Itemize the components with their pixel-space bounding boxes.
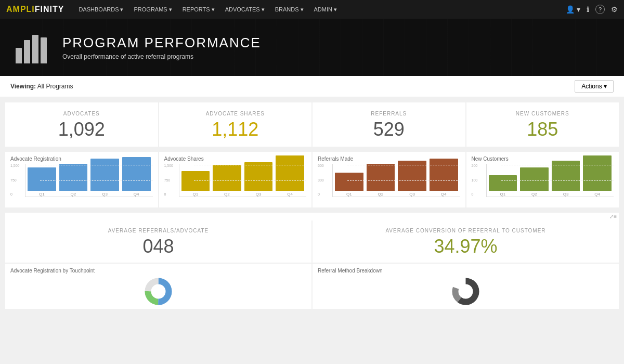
stat-value-advocates: 1,092 (16, 119, 148, 140)
stat-row: ADVOCATES 1,092 ADVOCATE SHARES 1,112 RE… (5, 102, 619, 147)
bar-col: Q2 (59, 164, 88, 197)
hero-title: PROGRAM PERFORMANCE (62, 35, 261, 51)
stat-value-new-customers: 185 (477, 119, 609, 140)
metric-label-avg-referrals: AVERAGE REFERRALS/ADVOCATE (16, 228, 301, 233)
bar-chart-2: 6003000Q1Q2Q3Q4 (318, 164, 460, 205)
bar-col: Q1 (335, 173, 363, 197)
bar-col: Q4 (430, 159, 458, 197)
bar-col: Q4 (122, 157, 151, 197)
donut-card-touchpoint: Advocate Registration by Touchpoint (5, 264, 311, 309)
actions-button[interactable]: Actions ▾ (575, 80, 614, 93)
chart-card-1: Advocate Shares1,5007500Q1Q2Q3Q4 (159, 152, 312, 207)
stat-label-new-customers: NEW CUSTOMERS (477, 111, 609, 116)
actions-chevron-icon: ▾ (604, 83, 607, 90)
bar-col: Q2 (520, 167, 549, 197)
bar-col: Q3 (398, 161, 426, 197)
bar-col: Q3 (552, 161, 580, 197)
chevron-down-icon: ▾ (212, 6, 215, 13)
stat-card-shares: ADVOCATE SHARES 1,112 (159, 102, 312, 147)
chart-card-2: Referrals Made6003000Q1Q2Q3Q4 (313, 152, 465, 207)
nav-admin[interactable]: ADMIN ▾ (314, 6, 337, 13)
chart-card-0: Advocate Registration1,5007500Q1Q2Q3Q4 (5, 152, 158, 207)
brand-logo[interactable]: AMPLIFINITY (6, 5, 64, 14)
nav-programs[interactable]: PROGRAMS ▾ (134, 6, 172, 13)
bar-col: Q2 (213, 165, 241, 197)
settings-icon[interactable]: ⚙ (611, 5, 618, 14)
metric-label-conversion: AVERAGE CONVERSION OF REFERRAL TO CUSTOM… (323, 228, 608, 233)
donut-title-referral-method: Referral Method Breakdown (318, 268, 614, 274)
bar-chart-3: 2001000Q1Q2Q3Q4 (472, 164, 614, 205)
donut-card-referral-method: Referral Method Breakdown (313, 264, 619, 309)
bar-col: Q3 (90, 159, 119, 197)
metric-value-avg-referrals: 048 (16, 236, 301, 257)
nav-reports[interactable]: REPORTS ▾ (183, 6, 215, 13)
bar-col: Q1 (181, 171, 210, 197)
bar-col: Q3 (244, 162, 273, 197)
nav-icon-group: 👤 ▾ ℹ ? ⚙ (566, 5, 618, 14)
hero-section: PROGRAM PERFORMANCE Overall performance … (0, 19, 624, 76)
stat-label-referrals: REFERRALS (323, 111, 455, 116)
conversion-section: AVERAGE CONVERSION OF REFERRAL TO CUSTOM… (313, 220, 619, 263)
viewing-text: Viewing: All Programs (10, 83, 73, 90)
donut-chart-referral-method (318, 276, 614, 307)
stat-value-referrals: 529 (323, 119, 455, 140)
chevron-down-icon: ▾ (262, 6, 265, 13)
bar-col: Q1 (28, 167, 56, 197)
hero-subtitle: Overall performance of active referral p… (62, 53, 261, 60)
chart-card-3: New Customers2001000Q1Q2Q3Q4 (466, 152, 619, 207)
stat-label-shares: ADVOCATE SHARES (170, 111, 302, 116)
chevron-down-icon: ▾ (334, 6, 337, 13)
stat-value-shares: 1,112 (170, 119, 302, 140)
metric-value-conversion: 34.97% (323, 236, 608, 257)
viewing-bar: Viewing: All Programs Actions ▾ (0, 76, 624, 97)
navbar: AMPLIFINITY DASHBOARDS ▾ PROGRAMS ▾ REPO… (0, 0, 624, 19)
stat-card-advocates: ADVOCATES 1,092 (5, 102, 158, 147)
nav-dashboards[interactable]: DASHBOARDS ▾ (79, 6, 123, 13)
donut-title-touchpoint: Advocate Registration by Touchpoint (10, 268, 306, 274)
viewing-label: Viewing: (10, 83, 36, 90)
bar-col: Q4 (583, 155, 612, 197)
metrics-section: AVERAGE REFERRALS/ADVOCATE 048 (5, 220, 311, 263)
nav-advocates[interactable]: ADVOCATES ▾ (225, 6, 265, 13)
brand-prefix: AMPLI (6, 5, 35, 14)
chart-row: Advocate Registration1,5007500Q1Q2Q3Q4Ad… (5, 152, 619, 207)
brand-suffix: FINITY (35, 5, 64, 14)
bar-chart-1: 1,5007500Q1Q2Q3Q4 (164, 164, 307, 205)
metric-card-avg-referrals: AVERAGE REFERRALS/ADVOCATE 048 (5, 220, 311, 263)
chevron-down-icon: ▾ (301, 6, 304, 13)
bar-col: Q2 (367, 164, 395, 197)
chevron-down-icon: ▾ (169, 6, 172, 13)
list-icon[interactable]: ≡ (614, 214, 617, 219)
chevron-down-icon: ▾ (120, 6, 123, 13)
stat-card-referrals: REFERRALS 529 (313, 102, 465, 147)
stat-label-advocates: ADVOCATES (16, 111, 148, 116)
nav-brands[interactable]: BRANDS ▾ (275, 6, 304, 13)
bottom-row: AVERAGE REFERRALS/ADVOCATE 048 AVERAGE C… (5, 220, 619, 263)
hero-chart-icon (16, 29, 52, 66)
expand-icon[interactable]: ⤢ (609, 214, 614, 219)
viewing-value: All Programs (37, 83, 73, 90)
help-icon[interactable]: ? (595, 5, 605, 14)
hero-text: PROGRAM PERFORMANCE Overall performance … (62, 35, 261, 60)
user-icon[interactable]: 👤 ▾ (566, 5, 580, 14)
bar-col: Q4 (276, 155, 304, 197)
stat-card-new-customers: NEW CUSTOMERS 185 (466, 102, 619, 147)
donut-chart-touchpoint (10, 276, 306, 307)
donut-row: Advocate Registration by Touchpoint Refe… (5, 264, 619, 309)
bar-col: Q1 (489, 175, 517, 197)
info-icon[interactable]: ℹ (587, 5, 589, 14)
bar-chart-0: 1,5007500Q1Q2Q3Q4 (10, 164, 153, 205)
metric-card-conversion: AVERAGE CONVERSION OF REFERRAL TO CUSTOM… (313, 220, 619, 263)
main-content: ADVOCATES 1,092 ADVOCATE SHARES 1,112 RE… (0, 97, 624, 364)
